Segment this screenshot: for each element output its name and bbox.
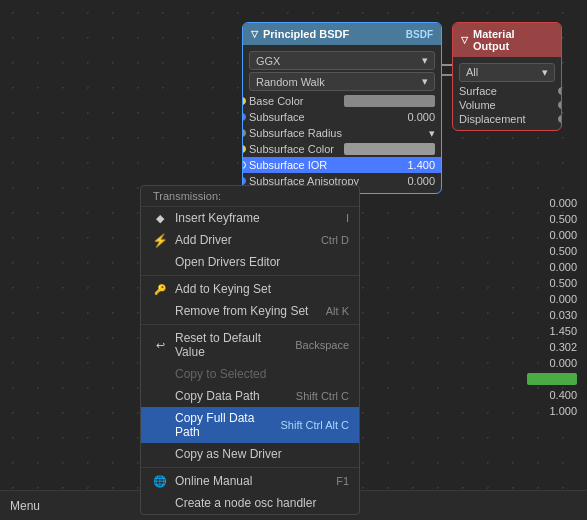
remove-keying-icon	[151, 304, 169, 318]
menu-item-online-manual[interactable]: 🌐 Online Manual F1	[141, 470, 359, 492]
val-11: 0.000	[527, 355, 577, 371]
menu-item-copy-to-selected: Copy to Selected	[141, 363, 359, 385]
reset-default-label: Reset to Default Value	[175, 331, 287, 359]
val-1: 0.000	[527, 195, 577, 211]
context-menu: Transmission: ◆ Insert Keyframe I ⚡ Add …	[140, 185, 360, 515]
val-2: 0.500	[527, 211, 577, 227]
subsurface-radius-socket	[242, 129, 246, 137]
output-collapse[interactable]: ▽	[461, 35, 468, 45]
subsurface-radius-row: Subsurface Radius ▾	[243, 125, 441, 141]
create-osc-handler-label: Create a node osc handler	[175, 496, 341, 510]
menu-item-insert-keyframe[interactable]: ◆ Insert Keyframe I	[141, 207, 359, 229]
subsurface-color-field[interactable]	[344, 143, 435, 155]
add-driver-label: Add Driver	[175, 233, 313, 247]
val-13: 1.000	[527, 403, 577, 419]
menu-label: Menu	[10, 499, 40, 513]
collapse-arrow[interactable]: ▽	[251, 29, 258, 39]
copy-data-path-shortcut: Shift Ctrl C	[296, 390, 349, 402]
insert-keyframe-shortcut: I	[346, 212, 349, 224]
subsurface-socket	[242, 113, 246, 121]
material-output-body: All ▾ Surface Volume Displacement	[453, 57, 561, 130]
copy-full-data-path-icon	[151, 418, 169, 432]
val-4: 0.500	[527, 243, 577, 259]
online-manual-shortcut: F1	[336, 475, 349, 487]
copy-new-driver-label: Copy as New Driver	[175, 447, 341, 461]
menu-item-open-drivers-editor[interactable]: Open Drivers Editor	[141, 251, 359, 273]
val-5: 0.000	[527, 259, 577, 275]
menu-item-copy-new-driver[interactable]: Copy as New Driver	[141, 443, 359, 465]
reset-icon: ↩	[151, 338, 169, 352]
keying-set-icon: 🔑	[151, 282, 169, 296]
copy-selected-icon	[151, 367, 169, 381]
ggx-dropdown[interactable]: GGX ▾	[249, 51, 435, 70]
menu-item-reset-default[interactable]: ↩ Reset to Default Value Backspace	[141, 327, 359, 363]
separator-2	[141, 324, 359, 325]
principled-bsdf-node: ▽ Principled BSDF BSDF GGX ▾ Random Walk…	[242, 22, 442, 194]
keyframe-icon: ◆	[151, 211, 169, 225]
add-keying-set-label: Add to Keying Set	[175, 282, 341, 296]
node-editor: ▽ Principled BSDF BSDF GGX ▾ Random Walk…	[0, 0, 587, 490]
random-walk-dropdown[interactable]: Random Walk ▾	[249, 72, 435, 91]
add-driver-shortcut: Ctrl D	[321, 234, 349, 246]
copy-new-driver-icon	[151, 447, 169, 461]
menu-section-label: Transmission:	[141, 186, 359, 207]
green-bar	[527, 373, 577, 385]
copy-full-data-path-label: Copy Full Data Path	[175, 411, 273, 439]
displacement-row: Displacement	[453, 112, 561, 126]
menu-item-remove-keying-set[interactable]: Remove from Keying Set Alt K	[141, 300, 359, 322]
right-values: 0.000 0.500 0.000 0.500 0.000 0.500 0.00…	[527, 195, 577, 419]
insert-keyframe-label: Insert Keyframe	[175, 211, 338, 225]
val-9: 1.450	[527, 323, 577, 339]
online-manual-icon: 🌐	[151, 474, 169, 488]
val-6: 0.500	[527, 275, 577, 291]
base-color-socket	[242, 97, 246, 105]
online-manual-label: Online Manual	[175, 474, 328, 488]
menu-item-create-osc-handler[interactable]: Create a node osc handler	[141, 492, 359, 514]
menu-item-add-keying-set[interactable]: 🔑 Add to Keying Set	[141, 278, 359, 300]
surface-row: Surface	[453, 84, 561, 98]
val-10: 0.302	[527, 339, 577, 355]
base-color-field[interactable]	[344, 95, 435, 107]
material-output-header: ▽ Material Output	[453, 23, 561, 57]
separator-1	[141, 275, 359, 276]
val-12: 0.400	[527, 387, 577, 403]
menu-item-copy-full-data-path[interactable]: Copy Full Data Path Shift Ctrl Alt C	[141, 407, 359, 443]
osc-handler-icon	[151, 496, 169, 510]
principled-bsdf-header: ▽ Principled BSDF BSDF	[243, 23, 441, 45]
driver-icon: ⚡	[151, 233, 169, 247]
subsurface-color-socket	[242, 145, 246, 153]
remove-keying-set-shortcut: Alt K	[326, 305, 349, 317]
volume-row: Volume	[453, 98, 561, 112]
material-output-title: Material Output	[473, 28, 553, 52]
subsurface-color-row: Subsurface Color	[243, 141, 441, 157]
subsurface-anisotropy-socket	[242, 177, 246, 185]
copy-data-path-icon	[151, 389, 169, 403]
material-output-node: ▽ Material Output All ▾ Surface Volume D…	[452, 22, 562, 131]
val-8: 0.030	[527, 307, 577, 323]
volume-socket	[558, 101, 562, 109]
menu-item-copy-data-path[interactable]: Copy Data Path Shift Ctrl C	[141, 385, 359, 407]
separator-3	[141, 467, 359, 468]
val-3: 0.000	[527, 227, 577, 243]
base-color-row: Base Color	[243, 93, 441, 109]
open-drivers-editor-label: Open Drivers Editor	[175, 255, 341, 269]
surface-socket	[558, 87, 562, 95]
all-dropdown[interactable]: All ▾	[459, 63, 555, 82]
subsurface-ior-row: Subsurface IOR 1.400	[243, 157, 441, 173]
principled-bsdf-title: Principled BSDF	[263, 28, 349, 40]
copy-to-selected-label: Copy to Selected	[175, 367, 341, 381]
bsdf-type-label: BSDF	[406, 29, 433, 40]
copy-full-data-path-shortcut: Shift Ctrl Alt C	[281, 419, 349, 431]
principled-bsdf-body: GGX ▾ Random Walk ▾ Base Color Subsurfac…	[243, 45, 441, 193]
subsurface-ior-socket	[242, 161, 246, 169]
reset-default-shortcut: Backspace	[295, 339, 349, 351]
displacement-socket	[558, 115, 562, 123]
copy-data-path-label: Copy Data Path	[175, 389, 288, 403]
remove-keying-set-label: Remove from Keying Set	[175, 304, 318, 318]
drivers-editor-icon	[151, 255, 169, 269]
val-7: 0.000	[527, 291, 577, 307]
menu-item-add-driver[interactable]: ⚡ Add Driver Ctrl D	[141, 229, 359, 251]
subsurface-row: Subsurface 0.000	[243, 109, 441, 125]
